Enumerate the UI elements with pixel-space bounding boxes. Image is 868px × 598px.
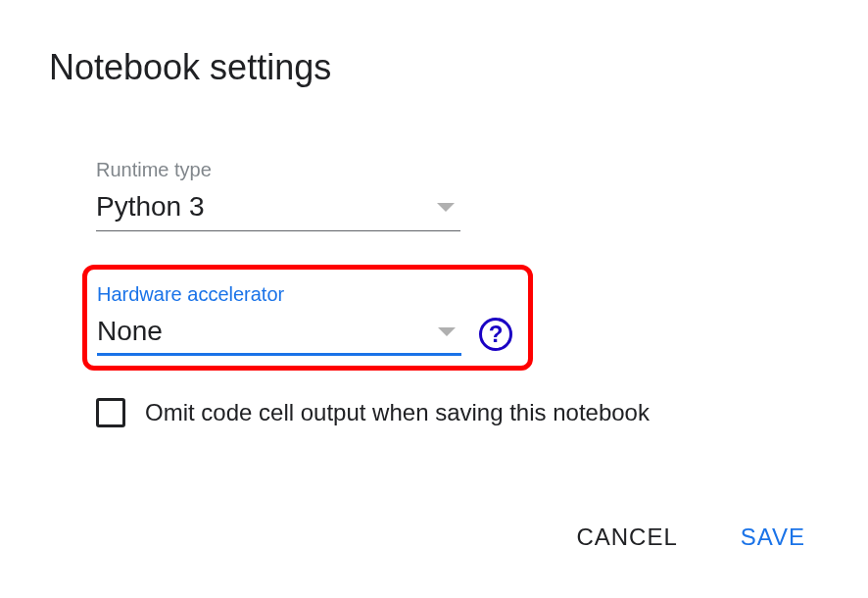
save-button[interactable]: SAVE — [737, 516, 809, 559]
settings-form: Runtime type Python 3 Hardware accelerat… — [49, 159, 819, 427]
hardware-accelerator-select[interactable]: None — [97, 312, 461, 356]
chevron-down-icon — [437, 203, 455, 212]
runtime-type-select[interactable]: Python 3 — [96, 187, 460, 231]
runtime-type-value: Python 3 — [96, 191, 205, 223]
dialog-footer: CANCEL SAVE — [49, 516, 819, 559]
runtime-type-field: Runtime type Python 3 — [96, 159, 819, 231]
help-icon[interactable]: ? — [479, 318, 512, 351]
runtime-type-label: Runtime type — [96, 159, 819, 181]
omit-output-checkbox[interactable] — [96, 398, 125, 427]
omit-output-row: Omit code cell output when saving this n… — [96, 398, 819, 427]
hardware-accelerator-label: Hardware accelerator — [97, 283, 284, 306]
omit-output-label: Omit code cell output when saving this n… — [145, 399, 650, 426]
notebook-settings-dialog: Notebook settings Runtime type Python 3 … — [0, 0, 868, 598]
hardware-accelerator-value: None — [97, 316, 163, 347]
chevron-down-icon — [438, 327, 456, 336]
cancel-button[interactable]: CANCEL — [572, 516, 681, 559]
dialog-title: Notebook settings — [49, 47, 819, 88]
accelerator-highlight: Hardware accelerator None ? — [82, 265, 533, 371]
